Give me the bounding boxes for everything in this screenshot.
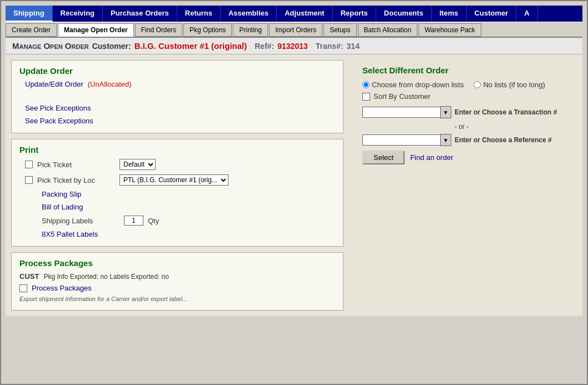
process-packages-section: Process Packages CUST Pkg Info Exported:… [11, 252, 343, 311]
print-title: Print [19, 145, 335, 154]
sub-nav: Create Order Manage Open Order Find Orde… [6, 22, 582, 38]
left-panel: Update Order Update/Edit Order (UnAlloca… [11, 60, 343, 311]
print-content: Pick Ticket Default Pick Ticket by Loc P… [19, 159, 335, 238]
packing-slip-link[interactable]: Packing Slip [42, 190, 82, 198]
unallocated-badge: (UnAllocated) [88, 80, 132, 88]
transaction-dropdown-btn[interactable]: ▼ [440, 106, 451, 118]
sort-by-customer-label: Sort By Customer [373, 92, 431, 101]
nav-documents[interactable]: Documents [376, 6, 432, 22]
page-title-bar: Manage Open Order Customer: B.I.G. Custo… [6, 38, 582, 54]
process-packages-link[interactable]: Process Packages [32, 284, 92, 292]
nav-more[interactable]: A [516, 6, 537, 22]
sub-nav-printing[interactable]: Printing [233, 23, 268, 37]
reference-input-label: Enter or Choose a Reference # [455, 136, 552, 144]
nav-receiving[interactable]: Receiving [53, 6, 103, 22]
select-order-title: Select Different Order [362, 66, 569, 75]
pkg-info-text: Pkg Info Exported: no Labels Exported: n… [43, 273, 168, 281]
pick-ticket-loc-row: Pick Ticket by Loc PTL (B.I.G. Customer … [25, 174, 335, 186]
nav-assemblies[interactable]: Assemblies [221, 6, 277, 22]
pack-exceptions-row: See Pack Exceptions [25, 117, 335, 125]
reference-dropdown-btn[interactable]: ▼ [440, 134, 451, 146]
shipping-labels-row: Shipping Labels Qty [25, 216, 335, 226]
select-action-row: Select Find an order [362, 151, 569, 164]
pick-ticket-loc-label: Pick Ticket by Loc [37, 176, 115, 184]
pick-exceptions-row: See Pick Exceptions [25, 104, 335, 112]
radio-no-lists-input[interactable] [474, 81, 481, 88]
reference-dropdown: ▼ [362, 134, 451, 146]
radio-dropdown-input[interactable] [362, 81, 370, 88]
radio-option-dropdown[interactable]: Choose from drop-down lists [362, 81, 464, 89]
process-packages-content: CUST Pkg Info Exported: no Labels Export… [19, 272, 335, 302]
trans-label: Trans#: [316, 42, 343, 51]
export-hint: Export shipment information for a Carrie… [19, 296, 335, 302]
pallet-labels-link[interactable]: 8X5 Pallet Labels [42, 230, 98, 238]
reference-input-row: ▼ Enter or Choose a Reference # [362, 134, 569, 146]
page-title: Manage Open Order [12, 41, 89, 51]
pick-ticket-loc-select[interactable]: PTL (B.I.G. Customer #1 (orig... [119, 174, 228, 186]
nav-customer[interactable]: Customer [467, 6, 517, 22]
customer-name: B.I.G. Customer #1 (original) [134, 41, 247, 51]
nav-shipping[interactable]: Shipping [6, 6, 53, 22]
pack-exceptions-link[interactable]: See Pack Exceptions [25, 117, 93, 125]
sort-by-customer-checkbox[interactable] [362, 93, 370, 101]
nav-adjustment[interactable]: Adjustment [277, 6, 333, 22]
pick-ticket-checkbox[interactable] [25, 161, 33, 168]
nav-items[interactable]: Items [432, 6, 467, 22]
transaction-dropdown: ▼ [362, 106, 451, 118]
update-order-section: Update Order Update/Edit Order (UnAlloca… [11, 60, 343, 133]
nav-returns[interactable]: Returns [177, 6, 221, 22]
transaction-input-label: Enter or Choose a Transaction # [455, 108, 557, 116]
main-nav: Shipping Receiving Purchase Orders Retur… [6, 6, 582, 22]
update-order-title: Update Order [19, 66, 335, 76]
sub-nav-manage-open-order[interactable]: Manage Open Order [58, 23, 134, 37]
nav-purchase-orders[interactable]: Purchase Orders [103, 6, 177, 22]
pick-ticket-loc-checkbox[interactable] [25, 176, 33, 184]
process-packages-title: Process Packages [19, 258, 335, 268]
pallet-labels-row: 8X5 Pallet Labels [25, 230, 335, 238]
or-separator: - or - [455, 123, 569, 131]
bill-of-lading-link[interactable]: Bill of Lading [42, 203, 83, 211]
bill-of-lading-row: Bill of Lading [25, 203, 335, 211]
ref-value: 9132013 [277, 42, 308, 51]
sub-nav-warehouse-pack[interactable]: Warehouse Pack [418, 23, 481, 37]
update-edit-link[interactable]: Update/Edit Order [25, 80, 83, 88]
customer-prefix: Customer: [92, 42, 131, 51]
select-order-box: Select Different Order Choose from drop-… [355, 60, 577, 170]
nav-reports[interactable]: Reports [333, 6, 376, 22]
outer-frame: Shipping Receiving Purchase Orders Retur… [0, 0, 588, 385]
process-packages-row: Process Packages [19, 284, 335, 292]
sort-by-customer-row: Sort By Customer [362, 92, 569, 101]
main-content: Update Order Update/Edit Order (UnAlloca… [6, 54, 582, 316]
radio-options-row: Choose from drop-down lists No lists (if… [362, 81, 569, 89]
radio-option-no-lists[interactable]: No lists (if too long) [474, 81, 545, 89]
pick-ticket-label: Pick Ticket [37, 161, 115, 169]
pick-ticket-row: Pick Ticket Default [25, 159, 335, 170]
sub-nav-import-orders[interactable]: Import Orders [269, 23, 322, 37]
right-panel: Select Different Order Choose from drop-… [355, 60, 577, 311]
packing-slip-row: Packing Slip [25, 190, 335, 198]
radio-no-lists-label: No lists (if too long) [483, 81, 545, 89]
pick-ticket-select[interactable]: Default [119, 159, 156, 170]
process-packages-checkbox[interactable] [19, 284, 27, 292]
pick-exceptions-link[interactable]: See Pick Exceptions [25, 104, 91, 112]
transaction-input-row: ▼ Enter or Choose a Transaction # [362, 106, 569, 118]
sub-nav-find-orders[interactable]: Find Orders [135, 23, 182, 37]
pkg-info-row: CUST Pkg Info Exported: no Labels Export… [19, 272, 335, 281]
transaction-input[interactable] [362, 107, 440, 118]
select-button[interactable]: Select [362, 151, 405, 164]
shipping-labels-label: Shipping Labels [42, 217, 119, 225]
find-order-link[interactable]: Find an order [410, 153, 453, 162]
trans-value: 314 [347, 42, 360, 51]
ref-label: Ref#: [255, 42, 274, 51]
pkg-cust-label: CUST [19, 272, 39, 281]
reference-input[interactable] [362, 134, 440, 146]
update-order-content: Update/Edit Order (UnAllocated) See Pick… [19, 80, 335, 125]
update-edit-row: Update/Edit Order (UnAllocated) [25, 80, 335, 88]
sub-nav-pkg-options[interactable]: Pkg Options [183, 23, 232, 37]
sub-nav-batch-allocation[interactable]: Batch Allocation [358, 23, 417, 37]
sub-nav-create-order[interactable]: Create Order [6, 23, 57, 37]
sub-nav-setups[interactable]: Setups [323, 23, 356, 37]
radio-dropdown-label: Choose from drop-down lists [372, 81, 464, 89]
shipping-labels-qty-input[interactable] [124, 216, 143, 226]
qty-label: Qty [148, 217, 159, 225]
